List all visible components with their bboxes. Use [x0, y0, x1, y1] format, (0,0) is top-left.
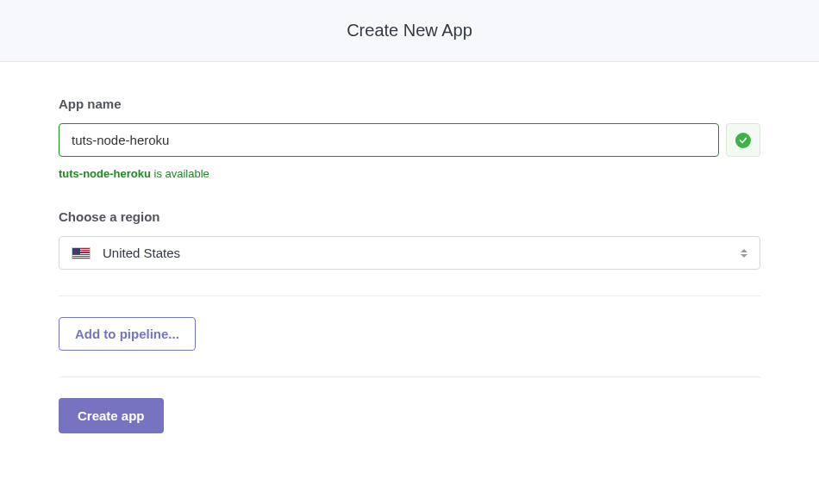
region-selected-value: United States — [103, 246, 180, 260]
app-name-label: App name — [59, 96, 760, 111]
app-name-input-row — [59, 123, 760, 157]
app-name-section: App name tuts-node-heroku is available — [59, 96, 760, 180]
availability-name: tuts-node-heroku — [59, 167, 151, 180]
add-to-pipeline-button[interactable]: Add to pipeline... — [59, 317, 196, 351]
page-title: Create New App — [0, 21, 819, 40]
divider — [59, 296, 760, 296]
create-app-button[interactable]: Create app — [59, 398, 164, 433]
page-header: Create New App — [0, 0, 819, 62]
check-circle-icon — [735, 133, 751, 148]
region-select[interactable]: United States — [59, 236, 760, 270]
region-label: Choose a region — [59, 209, 760, 224]
region-section: Choose a region United States — [59, 209, 760, 270]
form-content: App name tuts-node-heroku is available C… — [0, 62, 819, 433]
availability-suffix: is available — [151, 167, 209, 180]
availability-message: tuts-node-heroku is available — [59, 167, 760, 180]
app-name-input[interactable] — [59, 123, 719, 157]
chevron-sort-icon — [741, 249, 747, 258]
us-flag-icon — [72, 247, 91, 259]
divider — [59, 376, 760, 377]
availability-status-box — [726, 123, 760, 157]
